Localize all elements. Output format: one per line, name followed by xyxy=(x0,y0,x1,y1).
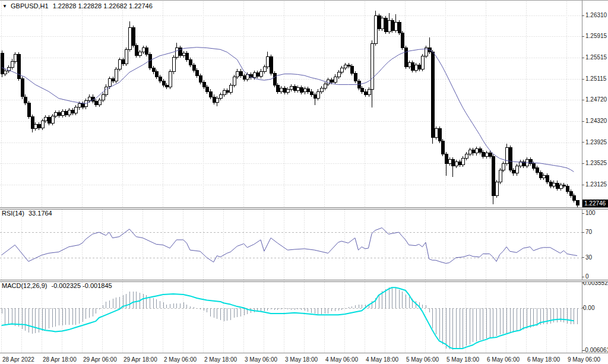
time-axis-label: 29 Apr 18:00 xyxy=(124,356,157,363)
time-axis-label: 4 May 06:00 xyxy=(325,356,358,363)
price-axis-label: 1.23925 xyxy=(585,139,607,145)
rsi-name: RSI(14) xyxy=(2,210,24,217)
price-axis-label: 1.25115 xyxy=(585,75,606,82)
time-axis-label: 2 May 06:00 xyxy=(164,356,197,363)
time-axis-label: 5 May 18:00 xyxy=(446,356,479,363)
price-axis-label: 1.25915 xyxy=(585,33,607,39)
time-axis-label: 4 May 18:00 xyxy=(366,356,398,363)
rsi-indicator-label: RSI(14) 33.1764 xyxy=(2,210,55,217)
indicator-level-lines xyxy=(0,233,582,309)
time-axis-label: 6 May 18:00 xyxy=(527,356,560,363)
macd-signal-line xyxy=(2,287,574,349)
time-axis-label: 29 Apr 06:00 xyxy=(83,356,117,363)
chart-title: ▼ GBPUSD,H1 1.22828 1.22828 1.22682 1.22… xyxy=(2,2,155,10)
time-axis-label: 5 May 06:00 xyxy=(406,356,439,363)
price-axis-label: 1.25515 xyxy=(585,54,607,61)
chart-window: ▼ GBPUSD,H1 1.22828 1.22828 1.22682 1.22… xyxy=(0,0,608,364)
time-axis-label: 3 May 06:00 xyxy=(245,356,277,363)
macd-indicator-label: MACD(12,26,9) -0.002325 -0.001845 xyxy=(2,282,115,289)
time-axis[interactable]: 28 Apr 202228 Apr 18:0029 Apr 06:0029 Ap… xyxy=(0,353,608,364)
symbol-timeframe-label: GBPUSD,H1 xyxy=(11,2,49,10)
time-axis-label: 28 Apr 18:00 xyxy=(43,356,77,363)
candlesticks[interactable] xyxy=(1,11,579,208)
chart-plot-area[interactable] xyxy=(0,1,608,364)
time-axis-label: 9 May 06:00 xyxy=(568,356,600,363)
price-axis-label: 1.24320 xyxy=(585,118,607,124)
price-axis-label: 1.24720 xyxy=(585,96,607,103)
time-axis-label: 28 Apr 2022 xyxy=(2,356,34,363)
rsi-value: 33.1764 xyxy=(28,210,52,217)
rsi-axis-label: 100 xyxy=(585,210,596,216)
price-axis-label: 1.26310 xyxy=(585,12,607,18)
ohlc-readout: 1.22828 1.22828 1.22682 1.22746 xyxy=(53,2,153,10)
time-axis-label: 6 May 06:00 xyxy=(487,356,520,363)
macd-values: -0.002325 -0.001845 xyxy=(51,282,112,289)
time-axis-label: 3 May 18:00 xyxy=(285,356,318,363)
panel-separator-rsi[interactable] xyxy=(0,207,608,210)
rsi-axis-label: 0 xyxy=(585,273,589,280)
macd-axis-label: 0.00 xyxy=(583,305,594,311)
price-axis-label: 1.23125 xyxy=(585,181,607,188)
rsi-axis-label: 70 xyxy=(585,229,592,235)
time-axis-label: 2 May 18:00 xyxy=(204,356,237,363)
symbol-dropdown-icon[interactable]: ▼ xyxy=(2,4,7,9)
rsi-axis-label: 30 xyxy=(585,254,592,261)
macd-name: MACD(12,26,9) xyxy=(2,282,47,289)
price-axis-label: 1.23525 xyxy=(585,160,607,166)
macd-histogram xyxy=(2,287,578,350)
current-price-tag: 1.22746 xyxy=(582,200,608,207)
